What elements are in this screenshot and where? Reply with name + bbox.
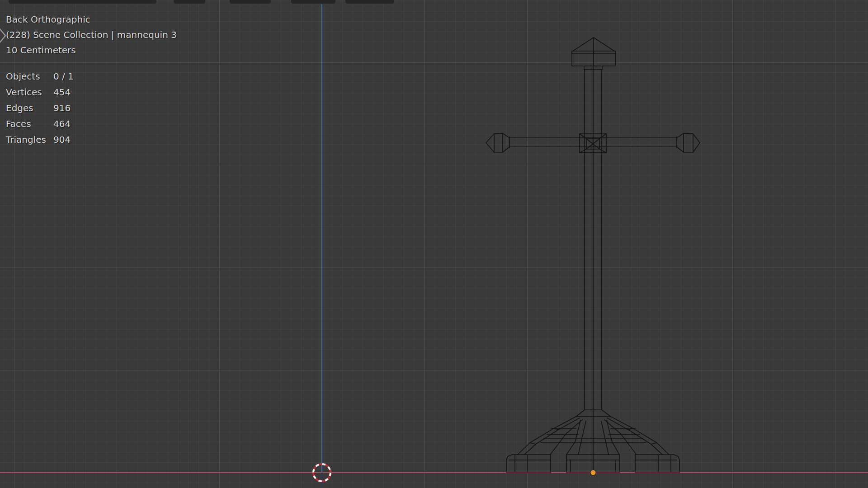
header-widget-clipped[interactable] xyxy=(291,0,336,4)
hidden-panel-chevron-icon[interactable] xyxy=(0,25,9,46)
viewport-scene-canvas xyxy=(0,0,868,488)
3d-viewport[interactable]: Back Orthographic (228) Scene Collection… xyxy=(0,0,868,488)
grid-minor-lines xyxy=(0,0,868,488)
coat-stand-wireframe xyxy=(486,38,700,472)
header-widget-clipped[interactable] xyxy=(8,0,157,4)
chevron-right-glyph xyxy=(0,28,5,44)
grid-major-lines xyxy=(0,0,868,488)
object-origin-dot xyxy=(590,470,596,475)
header-widget-clipped[interactable] xyxy=(345,0,395,4)
header-widget-clipped[interactable] xyxy=(229,0,271,4)
header-widget-clipped[interactable] xyxy=(173,0,206,4)
